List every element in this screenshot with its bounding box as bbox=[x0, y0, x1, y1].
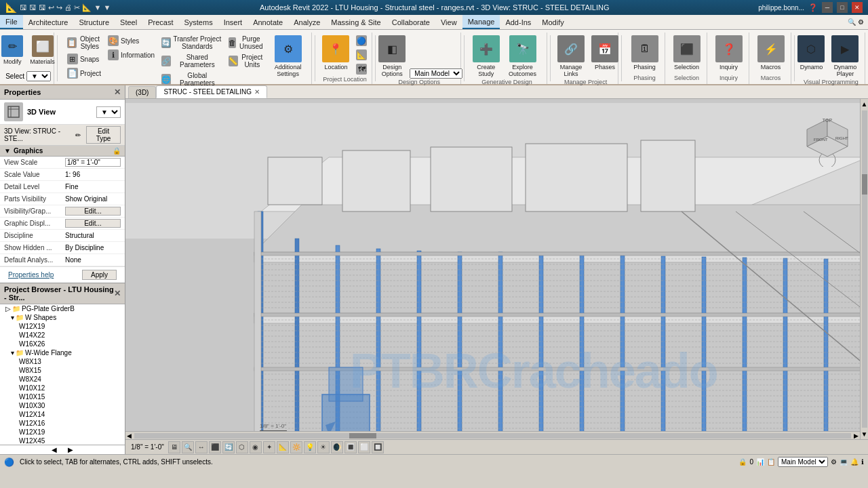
toolbar-btn-13[interactable]: 🌒 bbox=[331, 441, 343, 453]
toolbar-btn-12[interactable]: ☀ bbox=[317, 441, 330, 453]
menu-view[interactable]: View bbox=[435, 15, 462, 29]
tree-item[interactable]: W12X45 bbox=[0, 436, 125, 445]
ribbon-btn-selection[interactable]: ⬛ Selection bbox=[671, 34, 703, 72]
view-tab-struc[interactable]: STRUC - STEEL DETAILING ✕ bbox=[156, 85, 267, 98]
ribbon-btn-styles[interactable]: 🎨 Styles bbox=[105, 34, 157, 47]
tree-item[interactable]: W10X15 bbox=[0, 392, 125, 401]
minimize-button[interactable]: ─ bbox=[822, 2, 833, 13]
menu-addins[interactable]: Add-Ins bbox=[500, 15, 536, 29]
menu-annotate[interactable]: Annotate bbox=[248, 15, 288, 29]
edit-type-button[interactable]: Edit Type bbox=[86, 126, 121, 144]
toolbar-btn-3[interactable]: ↔ bbox=[195, 441, 208, 453]
scroll-right-btn[interactable]: ▶ bbox=[852, 432, 860, 439]
toolbar-btn-5[interactable]: 🔄 bbox=[222, 441, 235, 453]
ribbon-btn-phasing[interactable]: 🗓 Phasing bbox=[629, 34, 661, 72]
viewcube[interactable]: N TOP FRONT RIGHT bbox=[800, 113, 854, 167]
tree-item[interactable]: W16X26 bbox=[0, 340, 125, 348]
ribbon-btn-object-styles[interactable]: 📋 Object Styles bbox=[64, 34, 104, 52]
ribbon-btn-design-options[interactable]: ◧ Design Options bbox=[376, 34, 408, 79]
ribbon-btn-materials[interactable]: ⬜ Materials bbox=[27, 34, 58, 66]
menu-modify[interactable]: Modify bbox=[536, 15, 569, 29]
menu-massing[interactable]: Massing & Site bbox=[326, 15, 386, 29]
properties-close-btn[interactable]: ✕ bbox=[114, 87, 121, 97]
menu-manage[interactable]: Manage bbox=[462, 15, 500, 29]
ribbon-btn-macros[interactable]: ⚡ Macros bbox=[755, 34, 787, 72]
view-scale-value[interactable]: 1/8" = 1'-0" bbox=[65, 158, 121, 167]
graphic-disp-btn[interactable]: Edit... bbox=[65, 219, 121, 228]
ribbon-btn-dynamo[interactable]: ⬡ Dynamo bbox=[797, 34, 825, 72]
ribbon-btn-manage-links[interactable]: 🔗 Manage Links bbox=[553, 34, 590, 79]
project-browser-close[interactable]: ✕ bbox=[114, 289, 121, 298]
tree-item[interactable]: ▾ 📁 W Shapes bbox=[0, 313, 125, 322]
toolbar-btn-1[interactable]: 🖥 bbox=[168, 441, 180, 453]
ribbon-btn-information[interactable]: ℹ Information bbox=[105, 48, 157, 62]
tree-item[interactable]: W8X24 bbox=[0, 375, 125, 384]
tree-item[interactable]: W14X22 bbox=[0, 331, 125, 340]
properties-help-link[interactable]: Properties help bbox=[4, 270, 58, 280]
tree-item[interactable]: ▷ 📁 PG-Plate GirderB bbox=[0, 304, 125, 313]
ribbon-btn-additional-settings[interactable]: ⚙ Additional Settings bbox=[269, 34, 307, 79]
ribbon-btn-inquiry[interactable]: ❓ Inquiry bbox=[713, 34, 745, 72]
ribbon-btn-transfer[interactable]: 🔄 Transfer Project Standards bbox=[159, 34, 224, 52]
ribbon-btn-modify[interactable]: ✏ Modify bbox=[0, 34, 26, 66]
tree-item[interactable]: W10X12 bbox=[0, 384, 125, 392]
ribbon-btn-coord2[interactable]: 📐 bbox=[353, 48, 370, 62]
select-dropdown[interactable]: ▼ bbox=[26, 71, 51, 81]
menu-file[interactable]: File bbox=[0, 15, 23, 29]
tree-item[interactable]: W12X19 bbox=[0, 322, 125, 331]
browser-scroll-right[interactable]: ▶ bbox=[62, 446, 79, 453]
toolbar-btn-14[interactable]: 🔳 bbox=[344, 441, 357, 453]
tree-item[interactable]: W12X14 bbox=[0, 410, 125, 419]
help-icon[interactable]: ❓ bbox=[808, 3, 818, 12]
scroll-left-btn[interactable]: ◀ bbox=[125, 432, 133, 439]
prop-section-graphics[interactable]: ▼ Graphics 🔒 bbox=[0, 146, 125, 157]
settings-icon[interactable]: ⚙ bbox=[858, 18, 864, 26]
menu-steel[interactable]: Steel bbox=[115, 15, 142, 29]
toolbar-btn-6[interactable]: ⬡ bbox=[236, 441, 248, 453]
menu-structure[interactable]: Structure bbox=[73, 15, 115, 29]
apply-button[interactable]: Apply bbox=[82, 270, 117, 280]
tree-item[interactable]: W8X15 bbox=[0, 366, 125, 375]
ribbon-btn-explore-outcomes[interactable]: 🔭 Explore Outcomes bbox=[502, 34, 542, 79]
viewport[interactable]: 1/8" = 1'-0" PTBRCracheado N TOP bbox=[125, 99, 868, 439]
ribbon-btn-project[interactable]: 📄 Project bbox=[64, 66, 104, 80]
prop-type-dropdown[interactable]: ▼ bbox=[96, 106, 121, 118]
toolbar-btn-2[interactable]: 🔍 bbox=[182, 441, 194, 453]
close-button[interactable]: ✕ bbox=[852, 2, 863, 13]
ribbon-btn-coord3[interactable]: 🗺 bbox=[353, 62, 370, 76]
main-model-status-dropdown[interactable]: Main Model bbox=[778, 457, 828, 467]
visibility-btn[interactable]: Edit... bbox=[65, 207, 121, 216]
ribbon-btn-purge[interactable]: 🗑 Purge Unused bbox=[226, 34, 267, 52]
ribbon-btn-location[interactable]: 📍 Location bbox=[319, 34, 352, 72]
main-model-dropdown[interactable]: Main Model bbox=[410, 68, 462, 79]
view-tab-3d[interactable]: (3D) bbox=[128, 86, 156, 98]
tree-item[interactable]: W12X19 bbox=[0, 428, 125, 436]
toolbar-btn-15[interactable]: ⬜ bbox=[358, 441, 370, 453]
toolbar-btn-9[interactable]: 📐 bbox=[277, 441, 289, 453]
toolbar-btn-4[interactable]: ⬛ bbox=[209, 441, 221, 453]
scroll-up-btn[interactable]: ▲ bbox=[860, 99, 868, 109]
tree-item[interactable]: ▾ 📁 W-Wide Flange bbox=[0, 348, 125, 357]
ribbon-btn-snaps[interactable]: ⊞ Snaps bbox=[64, 52, 104, 66]
menu-systems[interactable]: Systems bbox=[178, 15, 218, 29]
menu-architecture[interactable]: Architecture bbox=[23, 15, 74, 29]
toolbar-btn-16[interactable]: 🔲 bbox=[372, 441, 384, 453]
ribbon-btn-project-units[interactable]: 📏 Project Units bbox=[226, 52, 267, 70]
browser-scroll-left[interactable]: ◀ bbox=[46, 446, 62, 453]
tab-close-icon[interactable]: ✕ bbox=[254, 88, 260, 96]
tree-item[interactable]: W10X30 bbox=[0, 401, 125, 410]
scroll-down-btn[interactable]: ▼ bbox=[860, 429, 868, 439]
tree-item[interactable]: W8X13 bbox=[0, 357, 125, 366]
menu-collaborate[interactable]: Collaborate bbox=[387, 15, 435, 29]
menu-insert[interactable]: Insert bbox=[218, 15, 248, 29]
toolbar-btn-8[interactable]: ✦ bbox=[263, 441, 275, 453]
menu-analyze[interactable]: Analyze bbox=[288, 15, 326, 29]
ribbon-btn-shared[interactable]: 🔗 Shared Parameters bbox=[159, 52, 224, 70]
tree-item[interactable]: W12X16 bbox=[0, 419, 125, 428]
ribbon-btn-coord1[interactable]: 🔵 bbox=[353, 34, 370, 47]
maximize-button[interactable]: □ bbox=[837, 2, 848, 13]
ribbon-btn-dynamo-player[interactable]: ▶ Dynamo Player bbox=[826, 34, 864, 79]
toolbar-btn-11[interactable]: 💡 bbox=[304, 441, 316, 453]
ribbon-btn-create-study[interactable]: ➕ Create Study bbox=[471, 34, 501, 79]
toolbar-btn-10[interactable]: 🔆 bbox=[290, 441, 302, 453]
